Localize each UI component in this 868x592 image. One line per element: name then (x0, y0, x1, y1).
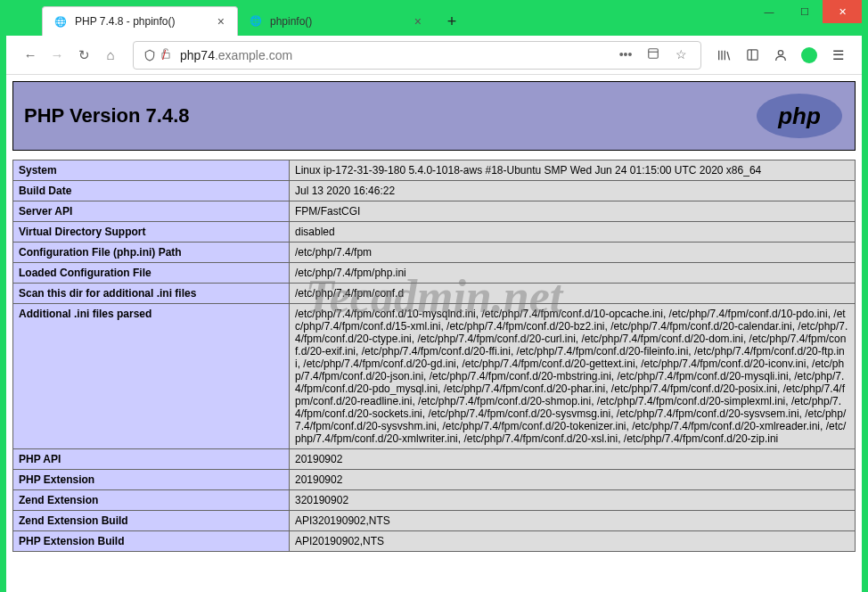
info-value: API320190902,NTS (290, 511, 856, 531)
table-row: Zend Extension BuildAPI320190902,NTS (13, 511, 856, 531)
info-value: FPM/FastCGI (290, 201, 856, 222)
shield-icon[interactable] (141, 49, 159, 62)
info-value: 20190902 (290, 470, 856, 490)
url-bar[interactable]: / php74.example.com ••• ☆ (133, 41, 701, 70)
url-text: php74.example.com (176, 48, 613, 62)
table-row: Loaded Configuration File/etc/php/7.4/fp… (13, 263, 856, 284)
info-value: disabled (290, 222, 856, 243)
table-row: PHP Extension20190902 (13, 470, 856, 490)
tab-close-icon[interactable]: × (411, 14, 425, 29)
table-row: Virtual Directory Supportdisabled (13, 222, 856, 243)
new-tab-button[interactable]: + (438, 7, 466, 36)
info-key: Server API (13, 201, 290, 222)
account-icon[interactable] (767, 42, 794, 69)
phpinfo-table: SystemLinux ip-172-31-39-180 5.4.0-1018-… (12, 160, 856, 552)
table-row: PHP API20190902 (13, 449, 856, 470)
tab-strip: 🌐 PHP 7.4.8 - phpinfo() × 🌐 phpinfo() × … (6, 6, 862, 36)
minimize-button[interactable]: — (751, 0, 787, 23)
info-key: Virtual Directory Support (13, 222, 290, 243)
bookmark-icon[interactable]: ☆ (668, 47, 693, 62)
info-value: /etc/php/7.4/fpm/conf.d (290, 284, 856, 304)
info-key: System (13, 160, 290, 181)
info-value: 20190902 (290, 449, 856, 470)
info-key: Zend Extension (13, 490, 290, 511)
back-button[interactable]: ← (17, 42, 44, 69)
home-button[interactable]: ⌂ (97, 42, 124, 69)
insecure-icon[interactable]: / (159, 47, 176, 62)
info-value: Jul 13 2020 16:46:22 (290, 181, 856, 201)
table-row: Additional .ini files parsed/etc/php/7.4… (13, 304, 856, 449)
table-row: Server APIFPM/FastCGI (13, 201, 856, 222)
svg-rect-1 (649, 49, 659, 59)
browser-tab-active[interactable]: 🌐 PHP 7.4.8 - phpinfo() × (42, 6, 238, 36)
sidebar-icon[interactable] (739, 42, 766, 69)
info-key: Configuration File (php.ini) Path (13, 243, 290, 263)
favicon-icon: 🌐 (249, 14, 263, 29)
table-row: Configuration File (php.ini) Path/etc/ph… (13, 243, 856, 263)
table-row: Scan this dir for additional .ini files/… (13, 284, 856, 304)
tab-title: phpinfo() (270, 15, 312, 28)
svg-text:php: php (777, 103, 821, 129)
table-row: SystemLinux ip-172-31-39-180 5.4.0-1018-… (13, 160, 856, 181)
tab-close-icon[interactable]: × (214, 14, 228, 29)
info-key: Loaded Configuration File (13, 263, 290, 284)
favicon-icon: 🌐 (53, 14, 68, 29)
library-icon[interactable] (710, 42, 737, 69)
maximize-button[interactable]: ☐ (787, 0, 823, 23)
info-value: /etc/php/7.4/fpm (290, 243, 856, 263)
table-row: Build DateJul 13 2020 16:46:22 (13, 181, 856, 201)
info-key: PHP Extension Build (13, 531, 290, 552)
svg-rect-7 (747, 50, 757, 60)
extension-icon[interactable] (796, 42, 823, 69)
tab-title: PHP 7.4.8 - phpinfo() (75, 15, 176, 28)
table-row: Zend Extension320190902 (13, 490, 856, 511)
info-value: API20190902,NTS (290, 531, 856, 552)
php-logo: php (755, 93, 844, 139)
info-key: Build Date (13, 181, 290, 201)
info-key: Scan this dir for additional .ini files (13, 284, 290, 304)
info-key: PHP Extension (13, 470, 290, 490)
menu-button[interactable]: ☰ (824, 42, 851, 69)
info-key: Zend Extension Build (13, 511, 290, 531)
php-header: PHP Version 7.4.8 php (12, 81, 856, 151)
info-value: 320190902 (290, 490, 856, 511)
info-key: PHP API (13, 449, 290, 470)
reload-button[interactable]: ↻ (70, 42, 97, 69)
close-button[interactable]: ✕ (823, 0, 862, 23)
info-key: Additional .ini files parsed (13, 304, 290, 449)
page-title: PHP Version 7.4.8 (24, 104, 189, 127)
browser-tab-inactive[interactable]: 🌐 phpinfo() × (238, 6, 434, 36)
svg-line-6 (727, 52, 730, 60)
table-row: PHP Extension BuildAPI20190902,NTS (13, 531, 856, 552)
forward-button[interactable]: → (44, 42, 70, 69)
page-content[interactable]: PHP Version 7.4.8 php SystemLinux ip-172… (6, 75, 862, 592)
toolbar: ← → ↻ ⌂ / php74.example.com ••• ☆ (6, 36, 862, 75)
info-value: /etc/php/7.4/fpm/conf.d/10-mysqlnd.ini, … (290, 304, 856, 449)
svg-point-9 (778, 50, 782, 54)
info-value: /etc/php/7.4/fpm/php.ini (290, 263, 856, 284)
info-value: Linux ip-172-31-39-180 5.4.0-1018-aws #1… (290, 160, 856, 181)
reader-mode-icon[interactable] (641, 47, 666, 62)
page-actions-icon[interactable]: ••• (613, 47, 638, 62)
